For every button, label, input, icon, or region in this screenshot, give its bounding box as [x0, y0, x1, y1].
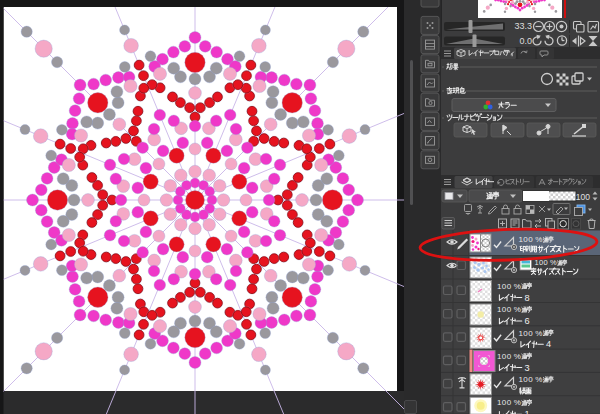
svg-text:3: 3	[525, 363, 530, 373]
svg-text:0: 0	[544, 258, 548, 267]
svg-text:0.0: 0.0	[519, 36, 532, 46]
svg-text:%: %	[535, 375, 542, 384]
svg-text:%: %	[514, 352, 521, 361]
svg-text:1: 1	[525, 409, 530, 414]
svg-text:8: 8	[525, 293, 530, 303]
svg-text:%: %	[550, 258, 557, 267]
svg-text:6: 6	[525, 316, 530, 326]
svg-text:0: 0	[507, 398, 512, 407]
svg-text:%: %	[514, 282, 521, 291]
svg-text:0: 0	[539, 258, 543, 267]
svg-text:0: 0	[507, 282, 512, 291]
svg-text:0: 0	[528, 235, 533, 244]
svg-text:%: %	[535, 329, 542, 338]
svg-text:%: %	[514, 398, 521, 407]
svg-text:%: %	[514, 305, 521, 314]
svg-text:0: 0	[507, 352, 512, 361]
svg-text:100: 100	[576, 191, 590, 201]
svg-text:0: 0	[507, 305, 512, 314]
svg-text:0: 0	[528, 329, 533, 338]
svg-text:%: %	[535, 235, 542, 244]
svg-text:0: 0	[528, 375, 533, 384]
svg-text:33.3: 33.3	[514, 21, 532, 31]
svg-text:4: 4	[546, 339, 551, 349]
